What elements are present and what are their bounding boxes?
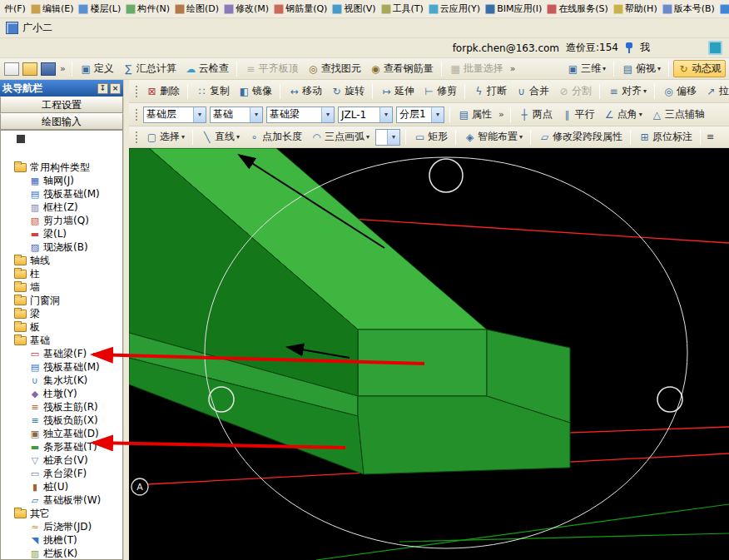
online-services-menu[interactable]: 在线服务(S) <box>544 1 611 17</box>
define-button[interactable]: ▣定义 <box>77 61 117 77</box>
select-button-dropdown[interactable]: ▾ <box>181 133 185 141</box>
tree-item-raft-negative-rebar[interactable]: ≡筏板负筋(X) <box>1 414 122 427</box>
version-menu[interactable]: 版本号(B) <box>660 1 717 17</box>
floor-combo-arrow[interactable]: ▾ <box>193 107 206 122</box>
arc-mode-combo[interactable]: ▾ <box>375 129 400 146</box>
three-point-arc-button-dropdown[interactable]: ▾ <box>366 133 369 141</box>
model-canvas[interactable]: A <box>129 148 729 560</box>
draw-more-button[interactable]: ≡ <box>704 131 717 142</box>
line-button-dropdown[interactable]: ▾ <box>236 133 240 141</box>
view-rebar-button[interactable]: ◉查看钢筋量 <box>366 61 437 77</box>
tree-item-raft-foundation-common[interactable]: ▤筏板基础(M) <box>1 187 122 201</box>
modify-beam-span-button[interactable]: ▱修改梁跨段属性 <box>535 129 626 145</box>
move-button[interactable]: ↔移动 <box>285 83 325 99</box>
smart-layout-button-dropdown[interactable]: ▾ <box>519 133 523 141</box>
arc-mode-combo-arrow[interactable]: ▾ <box>387 130 399 145</box>
message-icon[interactable] <box>708 41 722 55</box>
tree-item-pile[interactable]: ▮桩(U) <box>1 480 122 493</box>
cloud-app-menu[interactable]: 云应用(Y) <box>426 1 483 17</box>
component-menu[interactable]: 构件(N) <box>123 1 172 17</box>
break-button[interactable]: ϟ打断 <box>469 83 510 99</box>
tools-menu[interactable]: 工具(T) <box>379 1 426 17</box>
file-menu[interactable]: 件(F) <box>2 1 28 17</box>
tree-item-raft-foundation[interactable]: ▤筏板基础(M) <box>1 360 122 374</box>
workspace-label[interactable]: 广小二 <box>22 21 52 35</box>
tree-item-independent-foundation[interactable]: ▣独立基础(D) <box>1 427 122 440</box>
tree-item-strip-foundation[interactable]: ▬条形基础(T) <box>1 440 122 453</box>
stretch-button[interactable]: ↗拉伸 <box>702 83 729 99</box>
tree-item-parapet[interactable]: ▥栏板(K) <box>1 547 122 560</box>
delete-button[interactable]: ⊠删除 <box>142 83 183 99</box>
point-angle-button-dropdown[interactable]: ▾ <box>639 111 642 118</box>
help-menu[interactable]: 帮助(H) <box>611 1 660 17</box>
tree-item-project-root[interactable] <box>1 132 122 146</box>
modify-menu[interactable]: 修改(M) <box>221 1 271 17</box>
top-view-button[interactable]: ▤俯视▾ <box>618 61 664 77</box>
top-view-button-dropdown[interactable]: ▾ <box>657 65 661 72</box>
tree-item-axis-folder[interactable]: 轴线 <box>1 254 122 267</box>
two-point-button[interactable]: ┼两点 <box>515 107 556 122</box>
layer-combo-arrow[interactable]: ▾ <box>431 107 444 122</box>
element-type-combo[interactable]: 基础梁▾ <box>266 107 335 123</box>
draw-menu[interactable]: 绘图(D) <box>172 1 221 17</box>
tree-item-wall-folder[interactable]: 墙 <box>1 280 122 294</box>
align-button[interactable]: ≡对齐▾ <box>604 83 650 99</box>
tree-item-cast-in-slab[interactable]: ▨现浇板(B) <box>1 240 122 254</box>
tree-item-slab-folder[interactable]: 板 <box>1 320 122 334</box>
view-3d-button-dropdown[interactable]: ▾ <box>603 65 606 72</box>
trim-button[interactable]: ⊢修剪 <box>419 83 460 99</box>
tree-item-column-pier[interactable]: ◆柱墩(Y) <box>1 387 122 400</box>
tree-item-eave[interactable]: ◥挑檐(T) <box>1 533 122 547</box>
align-button-dropdown[interactable]: ▾ <box>643 87 647 95</box>
element-name-combo[interactable]: JZL-1▾ <box>338 107 393 123</box>
me-label[interactable]: 我 <box>640 41 650 55</box>
rebar-volume-menu[interactable]: 钢筋量(Q) <box>271 1 330 17</box>
tree-item-foundation-slab-band[interactable]: ▱基础板带(W) <box>1 493 122 507</box>
summary-calc-button[interactable]: ∑汇总计算 <box>119 61 180 77</box>
tree-item-raft-main-rebar[interactable]: ≡筏板主筋(R) <box>1 400 122 414</box>
offset-button[interactable]: ◎偏移 <box>659 83 700 99</box>
tree-item-frame-column[interactable]: ▥框柱(Z) <box>1 201 122 214</box>
select-button[interactable]: ▢选择▾ <box>142 129 188 145</box>
line-button[interactable]: ╲直线▾ <box>197 129 243 145</box>
tree-item-door-window-folder[interactable]: 门窗洞 <box>1 294 122 307</box>
floor-menu[interactable]: 楼层(L) <box>76 1 123 17</box>
tree-item-sump-pit[interactable]: ∪集水坑(K) <box>1 374 122 387</box>
parallel-button[interactable]: ∥平行 <box>558 107 598 122</box>
smart-layout-button[interactable]: ◈智能布置▾ <box>460 129 526 145</box>
context-overflow-chevron[interactable]: » <box>496 109 507 120</box>
file-overflow-chevron[interactable]: » <box>57 63 68 74</box>
copy-button[interactable]: ∷复制 <box>192 83 233 99</box>
tree-item-foundation-beam[interactable]: ▭基础梁(F) <box>1 347 122 360</box>
rotate-button[interactable]: ↻旋转 <box>327 83 368 99</box>
main-overflow-chevron[interactable]: » <box>508 63 518 74</box>
new-file-button[interactable] <box>4 62 19 76</box>
merge-button[interactable]: ∪合并 <box>512 83 553 99</box>
rectangle-button[interactable]: ▭矩形 <box>410 129 451 145</box>
open-file-button[interactable] <box>22 62 37 76</box>
panel-splitter[interactable] <box>123 80 129 560</box>
element-name-combo-arrow[interactable]: ▾ <box>379 107 392 122</box>
beam-end-face[interactable] <box>358 330 487 396</box>
toolbar-grip[interactable] <box>135 131 138 144</box>
mirror-button[interactable]: ◧镜像 <box>235 83 275 99</box>
tree-item-axis-grid[interactable]: ▦轴网(J) <box>1 174 122 187</box>
floor-combo[interactable]: 基础层▾ <box>143 107 206 123</box>
three-point-aux-axis-button[interactable]: △三点辅轴 <box>647 107 708 122</box>
find-element-button[interactable]: ◎查找图元 <box>304 61 364 77</box>
tree-item-other-folder[interactable]: 其它 <box>1 507 122 520</box>
tree-item-pile-cap[interactable]: ▽桩承台(V) <box>1 453 122 467</box>
tree-item-common-components-folder[interactable]: 常用构件类型 <box>1 161 122 174</box>
save-file-button[interactable] <box>41 62 56 76</box>
cloud-check-button[interactable]: ☁云检查 <box>181 61 232 77</box>
three-point-arc-button[interactable]: ◠三点画弧▾ <box>307 129 373 145</box>
new-change-button[interactable]: 新建变更 <box>717 1 729 17</box>
pushpin-icon[interactable] <box>625 42 633 53</box>
tree-item-beam-folder[interactable]: 梁 <box>1 307 122 320</box>
element-type-combo-arrow[interactable]: ▾ <box>321 107 334 122</box>
tree-item-post-cast-strip[interactable]: ≈后浇带(JD) <box>1 520 122 533</box>
bim-app-menu[interactable]: BIM应用(I) <box>483 1 544 17</box>
tree-item-shear-wall[interactable]: ▧剪力墙(Q) <box>1 214 122 227</box>
toolbar-grip[interactable] <box>135 85 138 98</box>
point-plus-length-button[interactable]: ∘点加长度 <box>245 129 305 145</box>
